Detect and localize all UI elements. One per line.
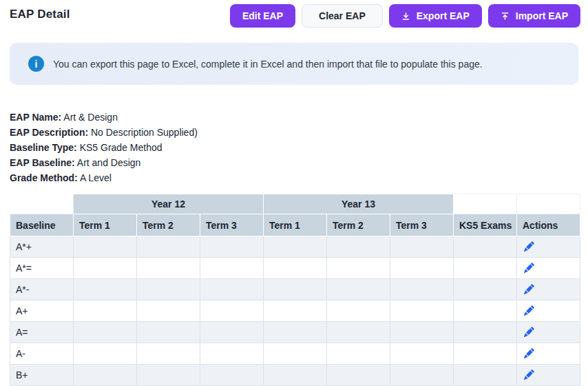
eap-details: EAP Name: Art & Design EAP Description: … <box>10 110 578 185</box>
grade-cell <box>200 258 264 279</box>
actions-cell <box>517 258 580 279</box>
edit-row-button[interactable] <box>523 261 534 273</box>
column-header-y12-term3: Term 3 <box>200 214 264 236</box>
grade-cell <box>390 365 454 386</box>
page-title: EAP Detail <box>10 8 70 21</box>
column-header-y13-term3: Term 3 <box>390 214 454 236</box>
grade-cell <box>137 236 200 258</box>
group-header-spacer <box>454 194 517 214</box>
pencil-icon <box>524 286 534 296</box>
page-header: EAP Detail Edit EAP Clear EAP Export EAP… <box>0 0 588 32</box>
grade-cell <box>200 322 264 343</box>
edit-row-button[interactable] <box>523 283 534 294</box>
clear-eap-button-label: Clear EAP <box>319 10 366 21</box>
toolbar: Edit EAP Clear EAP Export EAP Import EAP <box>230 4 580 28</box>
grade-cell <box>137 322 200 343</box>
detail-value: No Description Supplied) <box>91 127 198 138</box>
grade-table-body: A*+ A*= A*- <box>10 236 580 386</box>
edit-row-button[interactable] <box>523 347 534 358</box>
grade-cell <box>137 258 200 279</box>
detail-line-baseline-type: Baseline Type: KS5 Grade Method <box>10 140 578 155</box>
table-row: B+ <box>10 365 580 386</box>
grade-cell <box>74 236 137 258</box>
table-row: A+ <box>10 301 580 322</box>
detail-label: Grade Method: <box>10 172 78 183</box>
column-header-ks5-exams: KS5 Exams <box>454 214 517 236</box>
year12-group-header: Year 12 <box>74 194 264 214</box>
edit-row-button[interactable] <box>523 304 534 316</box>
grade-cell <box>200 301 264 322</box>
grade-cell <box>137 343 200 365</box>
grade-cell <box>264 365 327 386</box>
pencil-icon <box>524 243 534 254</box>
grade-cell <box>327 322 390 343</box>
edit-row-button[interactable] <box>523 240 534 252</box>
detail-value: KS5 Grade Method <box>80 142 162 153</box>
baseline-cell: A+ <box>10 301 74 322</box>
grade-cell <box>454 322 517 343</box>
edit-eap-button[interactable]: Edit EAP <box>230 4 295 28</box>
column-header-baseline: Baseline <box>10 214 74 236</box>
edit-eap-button-label: Edit EAP <box>242 10 283 21</box>
detail-label: EAP Baseline: <box>10 157 75 168</box>
grade-cell <box>74 258 137 279</box>
pencil-icon <box>524 307 534 318</box>
grade-cell <box>327 279 390 301</box>
actions-cell <box>517 365 580 386</box>
grade-cell <box>454 236 517 258</box>
upload-icon <box>501 12 510 21</box>
edit-row-button[interactable] <box>523 325 534 337</box>
pencil-icon <box>524 265 534 275</box>
pencil-icon <box>524 329 534 339</box>
download-icon <box>401 12 410 21</box>
grade-cell <box>264 343 327 365</box>
clear-eap-button[interactable]: Clear EAP <box>302 4 383 28</box>
detail-value: A Level <box>80 172 112 183</box>
grade-cell <box>200 365 264 386</box>
baseline-cell: A*= <box>10 258 74 279</box>
grade-cell <box>390 279 454 301</box>
column-header-y12-term1: Term 1 <box>74 214 137 236</box>
edit-row-button[interactable] <box>523 368 534 380</box>
grade-cell <box>390 258 454 279</box>
year13-group-header: Year 13 <box>264 194 454 214</box>
pencil-icon <box>524 372 534 382</box>
column-header-actions: Actions <box>517 214 580 236</box>
baseline-cell: B+ <box>10 365 74 386</box>
detail-value: Art and Design <box>77 157 141 168</box>
info-banner-text: You can export this page to Excel, compl… <box>53 59 483 70</box>
grade-cell <box>264 236 327 258</box>
grade-cell <box>137 365 200 386</box>
grade-cell <box>137 301 200 322</box>
column-header-y12-term2: Term 2 <box>137 214 200 236</box>
grade-cell <box>390 343 454 365</box>
grade-cell <box>200 279 264 301</box>
grade-cell <box>264 301 327 322</box>
grade-cell <box>264 322 327 343</box>
column-header-y13-term1: Term 1 <box>264 214 327 236</box>
export-eap-button[interactable]: Export EAP <box>389 4 482 28</box>
group-header-spacer <box>10 194 74 214</box>
import-eap-button[interactable]: Import EAP <box>488 4 580 28</box>
grade-cell <box>74 279 137 301</box>
detail-label: EAP Description: <box>10 127 88 138</box>
table-row: A*- <box>10 279 580 301</box>
column-header-y13-term2: Term 2 <box>327 214 390 236</box>
table-row: A*+ <box>10 236 580 258</box>
actions-cell <box>517 343 580 365</box>
actions-cell <box>517 301 580 322</box>
baseline-cell: A= <box>10 322 74 343</box>
grade-cell <box>454 343 517 365</box>
detail-label: EAP Name: <box>10 112 61 123</box>
grade-cell <box>390 236 454 258</box>
grade-cell <box>390 322 454 343</box>
baseline-cell: A*- <box>10 279 74 301</box>
detail-label: Baseline Type: <box>10 142 77 153</box>
detail-line-eap-name: EAP Name: Art & Design <box>10 110 578 125</box>
actions-cell <box>517 322 580 343</box>
grade-cell <box>454 365 517 386</box>
baseline-cell: A- <box>10 343 74 365</box>
group-header-row: Year 12 Year 13 <box>10 194 580 214</box>
baseline-cell: A*+ <box>10 236 74 258</box>
info-icon: i <box>28 56 44 72</box>
